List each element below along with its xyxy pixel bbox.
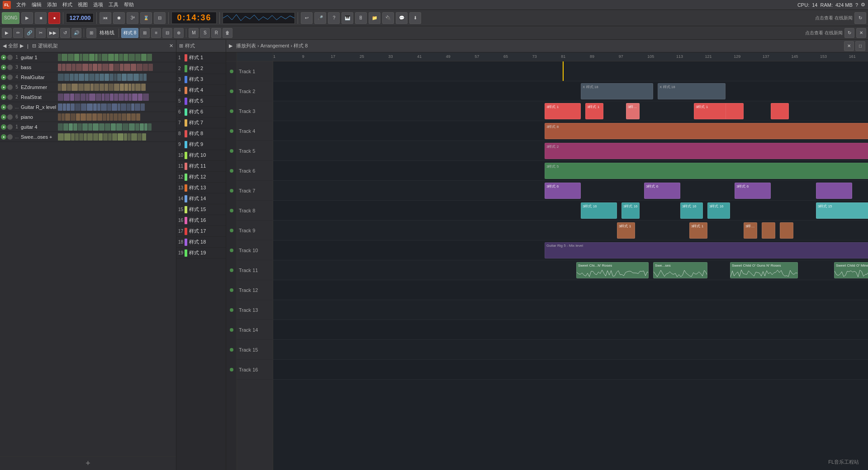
- clip[interactable]: [114, 113, 118, 121]
- clip[interactable]: [58, 133, 64, 141]
- clip[interactable]: [119, 94, 124, 101]
- clip[interactable]: [121, 103, 126, 111]
- clip[interactable]: [103, 113, 106, 121]
- pattern-item[interactable]: 1 样式 1: [176, 52, 226, 63]
- pattern-item[interactable]: 14 样式 14: [176, 193, 226, 204]
- clip[interactable]: [58, 103, 62, 111]
- clip[interactable]: [136, 113, 140, 121]
- track-mute-btn[interactable]: [7, 85, 13, 90]
- clip[interactable]: [104, 74, 109, 81]
- track-dot[interactable]: [230, 129, 233, 133]
- track-mute-btn[interactable]: [7, 75, 13, 80]
- clip[interactable]: [100, 74, 104, 81]
- pattern-item[interactable]: 17 样式 17: [176, 226, 226, 237]
- menu-pattern[interactable]: 样式: [62, 1, 72, 8]
- add-track-icon[interactable]: +: [85, 459, 90, 468]
- clip[interactable]: [110, 113, 113, 121]
- track-active-btn[interactable]: ●: [1, 85, 6, 90]
- clip[interactable]: [81, 113, 86, 121]
- arrangement-clip[interactable]: [780, 222, 793, 239]
- clip[interactable]: [124, 64, 130, 71]
- track-active-btn[interactable]: ●: [1, 55, 6, 60]
- clip[interactable]: [131, 103, 134, 111]
- clip[interactable]: [81, 103, 86, 111]
- arrangement-clip[interactable]: Sweet Child O' Guns N' Roses: [730, 262, 798, 278]
- clip[interactable]: [58, 84, 61, 91]
- clip[interactable]: [120, 84, 124, 91]
- clip[interactable]: [95, 54, 98, 61]
- clip[interactable]: [114, 94, 118, 101]
- arrangement-clip[interactable]: [726, 103, 744, 119]
- track-active-btn[interactable]: ●: [1, 94, 6, 100]
- clip[interactable]: [73, 123, 77, 131]
- clip[interactable]: [127, 103, 131, 111]
- clip[interactable]: [94, 84, 99, 91]
- track-dot[interactable]: [230, 288, 233, 292]
- clip[interactable]: [75, 94, 80, 101]
- arr-rec-btn[interactable]: R: [211, 28, 221, 38]
- clip[interactable]: [69, 123, 73, 131]
- pattern-item[interactable]: 13 样式 13: [176, 183, 226, 193]
- clip[interactable]: [102, 64, 109, 71]
- arrangement-clip[interactable]: Guitar Rig 5 - Mix level: [545, 242, 868, 258]
- clip[interactable]: [131, 64, 136, 71]
- track-name[interactable]: guitar 1: [21, 55, 57, 60]
- pattern-item[interactable]: 11 样式 11: [176, 161, 226, 172]
- clip[interactable]: [63, 123, 68, 131]
- menu-tools[interactable]: 工具: [109, 1, 119, 8]
- track-active-btn[interactable]: ●: [1, 124, 6, 130]
- clip[interactable]: [108, 133, 112, 141]
- clip[interactable]: [138, 133, 142, 141]
- clip[interactable]: [128, 54, 134, 61]
- clip[interactable]: [122, 113, 126, 121]
- arr-merge-btn[interactable]: ⊕: [174, 28, 184, 38]
- clip[interactable]: [112, 133, 117, 141]
- pattern-item[interactable]: 4 样式 4: [176, 85, 226, 96]
- track-dot[interactable]: [230, 268, 233, 272]
- arrangement-clip[interactable]: 3样式 15: [816, 202, 868, 219]
- track-mute-btn[interactable]: [7, 55, 13, 60]
- clip[interactable]: [143, 74, 147, 81]
- track-dot[interactable]: [230, 229, 233, 232]
- clip[interactable]: [63, 103, 66, 111]
- clip[interactable]: [58, 54, 61, 61]
- clip[interactable]: [67, 84, 71, 91]
- arr-solo-btn[interactable]: S: [200, 28, 210, 38]
- track-active-btn[interactable]: ●: [1, 134, 6, 140]
- pattern-item[interactable]: 2 样式 2: [176, 63, 226, 74]
- clip[interactable]: [119, 54, 123, 61]
- track-mute-btn[interactable]: [7, 114, 13, 120]
- clip[interactable]: [132, 94, 138, 101]
- clip[interactable]: [68, 54, 74, 61]
- menu-help[interactable]: 帮助: [124, 1, 134, 8]
- track-name[interactable]: guitar 4: [21, 124, 57, 130]
- clip[interactable]: [128, 84, 131, 91]
- play-button[interactable]: ▶: [21, 12, 33, 24]
- clip[interactable]: [109, 84, 114, 91]
- clip[interactable]: [102, 54, 108, 61]
- track-mute-btn[interactable]: [7, 124, 13, 130]
- clip[interactable]: [129, 123, 135, 131]
- arrangement-clip[interactable]: 3样式 16: [707, 202, 730, 219]
- clip[interactable]: [135, 103, 140, 111]
- clip[interactable]: [75, 103, 81, 111]
- clip[interactable]: [82, 64, 88, 71]
- arrangement-clip[interactable]: X 样式 18: [658, 83, 726, 99]
- track-mute-btn[interactable]: [7, 94, 13, 100]
- track-name[interactable]: Guitar R_x level: [21, 104, 57, 110]
- clip[interactable]: [110, 94, 114, 101]
- clip[interactable]: [105, 123, 110, 131]
- track-name[interactable]: RealGuitar: [21, 75, 57, 80]
- clip[interactable]: [131, 113, 136, 121]
- clip[interactable]: [93, 123, 99, 131]
- clip[interactable]: [89, 54, 95, 61]
- clip[interactable]: [58, 94, 63, 101]
- menu-options[interactable]: 选项: [93, 1, 103, 8]
- mic-btn[interactable]: 🎤: [314, 12, 326, 24]
- arrangement-clip[interactable]: 3样式 2: [626, 103, 640, 119]
- clip[interactable]: [132, 84, 135, 91]
- clip[interactable]: [79, 133, 84, 141]
- arr-play2-btn[interactable]: ▶▶: [47, 28, 59, 38]
- clip[interactable]: [127, 74, 133, 81]
- clip[interactable]: [124, 133, 127, 141]
